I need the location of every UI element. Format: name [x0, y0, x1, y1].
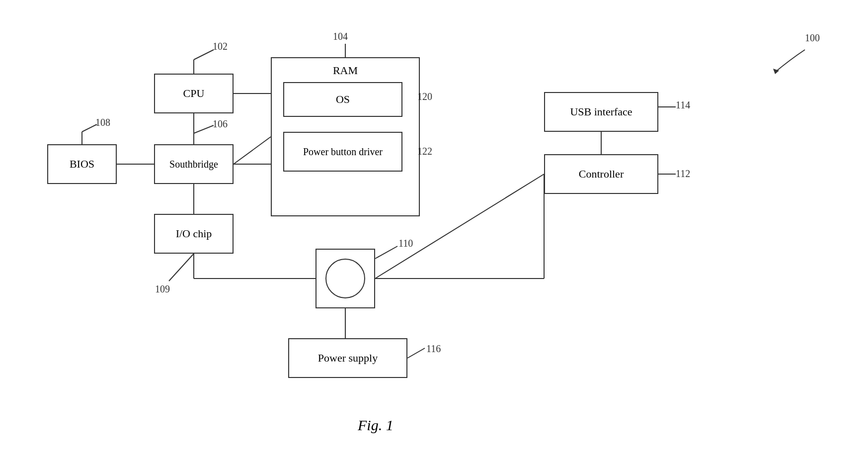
svg-marker-24 — [773, 69, 779, 74]
svg-line-12 — [194, 50, 214, 60]
svg-line-18 — [375, 246, 397, 259]
ref-122: 122 — [417, 146, 432, 157]
connection-lines — [0, 0, 868, 469]
ref-112: 112 — [676, 168, 690, 180]
io-chip-box: I/O chip — [154, 214, 234, 254]
power-supply-box: Power supply — [288, 338, 407, 378]
ref-110: 110 — [398, 238, 413, 249]
southbridge-box: Southbridge — [154, 144, 234, 184]
power-button-box — [316, 249, 375, 308]
figure-caption: Fig. 1 — [358, 417, 394, 434]
svg-line-19 — [407, 348, 425, 358]
svg-line-3 — [234, 137, 271, 164]
bios-box: BIOS — [47, 144, 117, 184]
ref-104: 104 — [333, 31, 348, 42]
ref-114: 114 — [676, 99, 690, 111]
ref-108: 108 — [95, 117, 110, 128]
ref-116: 116 — [426, 343, 441, 355]
ref-100: 100 — [805, 32, 820, 44]
svg-line-15 — [194, 125, 214, 133]
os-box: OS — [283, 82, 402, 117]
ref-106: 106 — [213, 118, 228, 130]
ref-120: 120 — [417, 91, 432, 102]
controller-box: Controller — [544, 154, 658, 194]
svg-line-10 — [169, 254, 194, 281]
svg-line-17 — [82, 124, 97, 132]
usb-interface-box: USB interface — [544, 92, 658, 132]
ref-102: 102 — [213, 41, 228, 52]
cpu-box: CPU — [154, 74, 234, 113]
power-button-driver-box: Power button driver — [283, 132, 402, 172]
diagram: CPU RAM OS Power button driver Southbrid… — [0, 0, 868, 469]
ref-109: 109 — [155, 283, 170, 295]
